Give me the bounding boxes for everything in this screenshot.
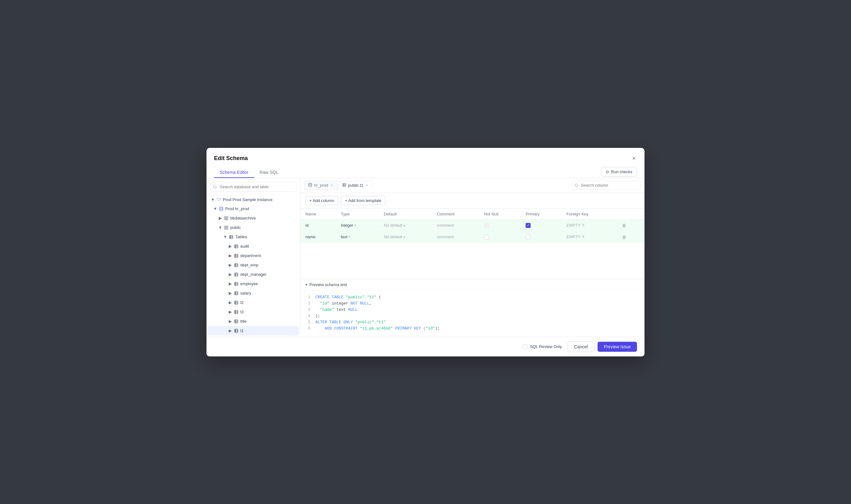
table-t2-copy-button[interactable]: ⧉ bbox=[285, 300, 290, 306]
tree-table-dept_emp[interactable]: ▶ dept_emp ⧉ ··· bbox=[208, 260, 299, 270]
tree-table-dept_manager[interactable]: ▶ dept_manager ⧉ ··· bbox=[208, 270, 299, 279]
code-text: ( bbox=[376, 295, 381, 300]
tables-group-more-button[interactable]: ··· bbox=[290, 234, 296, 240]
table-department-more-button[interactable]: ··· bbox=[290, 253, 296, 259]
close-button[interactable]: × bbox=[631, 154, 637, 163]
tree-table-salary[interactable]: ▶ salary ⧉ ··· bbox=[208, 289, 299, 298]
edit-icon[interactable]: ✎ bbox=[581, 223, 585, 227]
run-checks-button[interactable]: ⊙ Run checks bbox=[601, 167, 637, 177]
edit-schema-modal: Edit Schema × Schema Editor Raw SQL ⊙ Ru… bbox=[207, 148, 644, 356]
col-header-name: Name bbox=[300, 209, 336, 220]
table-dept_emp-copy-button[interactable]: ⧉ bbox=[285, 262, 290, 268]
content-tab-hr_prod-close-button[interactable]: × bbox=[330, 183, 333, 187]
table-t3-more-button[interactable]: ··· bbox=[290, 309, 296, 315]
sql-review-label[interactable]: SQL Review Only bbox=[522, 344, 562, 349]
tab-schema-editor[interactable]: Schema Editor bbox=[214, 167, 254, 178]
table-title-copy-button[interactable]: ⧉ bbox=[285, 318, 290, 325]
not-null-checkbox-name[interactable] bbox=[484, 234, 489, 239]
edit-icon[interactable]: ✎ bbox=[581, 235, 585, 239]
content-tab-hr_prod[interactable]: hr_prod × bbox=[304, 181, 337, 190]
sql-review-checkbox[interactable] bbox=[522, 344, 527, 349]
delete-row-id-button[interactable]: 🗑 bbox=[621, 222, 628, 229]
primary-checkbox-id[interactable] bbox=[526, 223, 531, 228]
content-tab-public_t1[interactable]: public.t1 × bbox=[338, 181, 372, 190]
modal-header: Edit Schema × bbox=[207, 148, 644, 163]
db-hr_prod-label: Prod hr_prod bbox=[225, 206, 289, 211]
table-icon bbox=[233, 290, 239, 296]
chevron-right-icon: ▶ bbox=[228, 253, 233, 258]
string: "id" bbox=[426, 326, 435, 331]
tab-raw-sql[interactable]: Raw SQL bbox=[254, 167, 284, 178]
tree-db-hr_prod[interactable]: ▼ Prod hr_prod ··· bbox=[208, 204, 299, 214]
preview-issue-button[interactable]: Preview issue bbox=[597, 342, 637, 352]
table-salary-more-button[interactable]: ··· bbox=[290, 290, 296, 296]
svg-rect-13 bbox=[235, 263, 238, 267]
chevron-down-icon: ▼ bbox=[213, 206, 218, 211]
table-dept_emp-more-button[interactable]: ··· bbox=[290, 262, 296, 268]
foreign-key-value-name: EMPTY ✎ bbox=[566, 234, 611, 239]
cell-default-name[interactable]: No default ▾ bbox=[379, 231, 432, 242]
table-employee-more-button[interactable]: ··· bbox=[290, 281, 296, 287]
tree-table-t3[interactable]: ▶ t3 ⧉ ··· bbox=[208, 307, 299, 317]
chevron-right-icon: ▶ bbox=[228, 291, 233, 296]
table-t1-more-button[interactable]: ··· bbox=[290, 328, 296, 334]
not-null-checkbox-id[interactable] bbox=[484, 223, 489, 228]
table-t2-more-button[interactable]: ··· bbox=[290, 300, 296, 306]
keyword: CREATE TABLE bbox=[315, 295, 346, 300]
add-column-button[interactable]: + Add column bbox=[305, 196, 338, 205]
tree-table-department[interactable]: ▶ department ⧉ ··· bbox=[208, 251, 299, 260]
table-title-label: title bbox=[240, 319, 283, 324]
delete-row-name-button[interactable]: 🗑 bbox=[621, 234, 628, 240]
preview-header[interactable]: ▾ Preview schema text bbox=[300, 279, 644, 290]
table-dept_manager-more-button[interactable]: ··· bbox=[290, 271, 296, 277]
tree-schema-bbdataarchive[interactable]: ▶ bbdataarchive ··· bbox=[208, 214, 299, 223]
table-salary-copy-button[interactable]: ⧉ bbox=[285, 290, 290, 296]
cell-default-id[interactable]: No default ▾ bbox=[379, 219, 432, 231]
schema-public-more-button[interactable]: ··· bbox=[290, 224, 296, 231]
schema-icon bbox=[223, 225, 229, 230]
cell-type-id[interactable]: integer ▾ bbox=[336, 219, 379, 231]
cancel-button[interactable]: Cancel bbox=[568, 341, 594, 352]
tree-tables-group[interactable]: ▼ Tables ··· bbox=[208, 232, 299, 242]
search-database-input[interactable] bbox=[210, 182, 296, 192]
tree-schema-public[interactable]: ▼ public ··· bbox=[208, 223, 299, 232]
line-number: 3 bbox=[305, 307, 310, 313]
primary-checkbox-name[interactable] bbox=[526, 234, 531, 239]
table-icon bbox=[233, 244, 239, 249]
string: "t1_pk_ac46b6" bbox=[360, 326, 393, 331]
cell-comment-id[interactable]: comment bbox=[432, 219, 479, 231]
content-tab-hr_prod-label: hr_prod bbox=[314, 183, 328, 187]
tree-instance[interactable]: ▼ 🛡 Prod Prod Sample Instance bbox=[208, 195, 299, 204]
table-department-copy-button[interactable]: ⧉ bbox=[285, 253, 290, 259]
comment-value-name: comment bbox=[437, 234, 454, 239]
table-t3-copy-button[interactable]: ⧉ bbox=[285, 309, 290, 315]
table-audit-copy-button[interactable]: ⧉ bbox=[285, 243, 290, 250]
code-text: text bbox=[334, 308, 348, 312]
table-title-more-button[interactable]: ··· bbox=[290, 318, 296, 325]
table-t1-copy-button[interactable]: ⧉ bbox=[285, 328, 290, 334]
db-hr_prod-more-button[interactable]: ··· bbox=[290, 206, 296, 212]
cell-type-name[interactable]: text ▾ bbox=[336, 231, 379, 242]
tree-table-title[interactable]: ▶ title ⧉ ··· bbox=[208, 317, 299, 326]
run-checks-icon: ⊙ bbox=[606, 169, 609, 174]
keyword: NOT NULL bbox=[351, 301, 369, 306]
line-number: 1 bbox=[305, 294, 310, 301]
tree-table-t2[interactable]: ▶ t2 ⧉ ··· bbox=[208, 298, 299, 307]
table-icon bbox=[233, 272, 239, 277]
database-icon bbox=[219, 206, 224, 212]
table-employee-copy-button[interactable]: ⧉ bbox=[285, 281, 290, 287]
svg-rect-9 bbox=[225, 228, 226, 229]
content-tab-public_t1-close-button[interactable]: × bbox=[365, 183, 368, 187]
tree-table-t1[interactable]: ▶ t1 ⧉ ··· bbox=[208, 326, 299, 336]
add-from-template-button[interactable]: + Add from template bbox=[341, 196, 385, 205]
tree-table-employee[interactable]: ▶ employee ⧉ ··· bbox=[208, 279, 299, 289]
table-dept_manager-copy-button[interactable]: ⧉ bbox=[285, 271, 290, 277]
tree-table-audit[interactable]: ▶ audit ⧉ ··· bbox=[208, 242, 299, 251]
table-audit-more-button[interactable]: ··· bbox=[290, 243, 296, 250]
line-number: 5 bbox=[305, 319, 310, 325]
cell-comment-name[interactable]: comment bbox=[432, 231, 479, 242]
column-search-input[interactable] bbox=[572, 181, 641, 190]
table-dept_manager-label: dept_manager bbox=[240, 272, 283, 277]
schema-bbdataarchive-more-button[interactable]: ··· bbox=[290, 215, 296, 221]
svg-rect-14 bbox=[235, 273, 238, 276]
